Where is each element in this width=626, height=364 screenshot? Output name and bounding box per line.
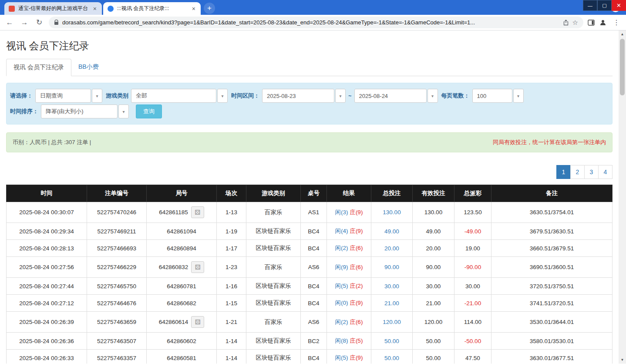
sort-select[interactable]: 降幂(由大到小) ▾: [41, 104, 129, 118]
cell-payout: 30.00: [454, 278, 491, 295]
date-start-select[interactable]: 2025-08-23 ▾: [262, 89, 346, 103]
filter-panel: 请选择： 日期查询 ▾ 游戏类别 全部 ▾ 时间区间： 2025-08-23 ▾: [6, 83, 613, 125]
date-range-label: 时间区间：: [231, 92, 259, 100]
cell-game-type: 百家乐: [246, 202, 301, 223]
cell-result: 闲(0) 庄(9): [327, 295, 371, 312]
lock-icon: [54, 20, 59, 25]
cell-total-bet[interactable]: 30.00: [371, 278, 413, 295]
close-window-button[interactable]: ✕: [612, 0, 626, 11]
round-number: 642860581: [167, 355, 196, 361]
page-button-3[interactable]: 3: [584, 165, 599, 179]
cell-total-bet[interactable]: 21.00: [371, 295, 413, 312]
column-header: 局号: [147, 185, 217, 202]
refresh-button[interactable]: ↻: [34, 18, 44, 27]
game-replay-icon[interactable]: ⚄: [191, 206, 204, 218]
page-scrollbar[interactable]: ▲ ▼: [619, 30, 626, 364]
result-banker: 庄(9): [350, 209, 363, 216]
result-player: 闲(0): [335, 300, 348, 306]
result-player: 闲(2): [335, 319, 348, 325]
cell-total-bet[interactable]: 130.00: [371, 202, 413, 223]
tab-bb-tip[interactable]: BB小费: [71, 59, 106, 76]
cell-note: 3530.01/3644.01: [491, 312, 613, 333]
cell-session: 1-15: [217, 295, 246, 312]
browser-tab-inactive[interactable]: 通宝-信誉最好的网上游戏平台 ×: [4, 2, 102, 15]
game-type-value[interactable]: 全部: [131, 89, 216, 103]
column-header: 总派彩: [454, 185, 491, 202]
plus-icon: +: [207, 4, 212, 13]
result-banker: 庄(2): [350, 283, 363, 289]
column-header: 结果: [327, 185, 371, 202]
back-button[interactable]: ←: [4, 18, 15, 27]
cell-valid-bet: 20.00: [413, 240, 454, 257]
new-tab-button[interactable]: +: [204, 3, 215, 14]
chevron-down-icon[interactable]: ▾: [513, 89, 524, 103]
tab-close-icon[interactable]: ×: [191, 5, 196, 12]
minimize-button[interactable]: —: [583, 0, 597, 11]
chevron-down-icon[interactable]: ▾: [118, 104, 129, 118]
round-number: 642861185: [159, 209, 188, 216]
side-panel-icon[interactable]: [588, 19, 595, 26]
cell-total-bet[interactable]: 20.00: [371, 240, 413, 257]
cell-result: 闲(5) 庄(2): [327, 278, 371, 295]
currency-total-text: 币别：人民币 | 总共 :307 注单 |: [13, 138, 91, 146]
tab-close-icon[interactable]: ×: [92, 5, 98, 12]
cell-total-bet[interactable]: 50.00: [371, 333, 413, 350]
chevron-down-icon[interactable]: ▾: [217, 89, 228, 103]
bookmark-star-icon[interactable]: ☆: [572, 19, 578, 27]
cell-total-bet[interactable]: 120.00: [371, 312, 413, 333]
cell-round: 642860894: [147, 240, 217, 257]
column-header: 备注: [491, 185, 613, 202]
table-row: 2025-08-24 00:26:36522757463507642860602…: [7, 333, 613, 350]
cell-table-no: BC2: [301, 333, 327, 350]
column-header: 游戏类别: [246, 185, 301, 202]
page-tabs: 视讯 会员下注纪录 BB小费: [6, 59, 613, 76]
game-replay-icon[interactable]: ⚄: [191, 316, 204, 328]
share-icon[interactable]: [563, 20, 569, 26]
cell-game-type: 区块链百家乐: [246, 278, 301, 295]
chevron-down-icon[interactable]: ▾: [92, 89, 102, 103]
chevron-down-icon[interactable]: ▾: [427, 89, 438, 103]
cell-table-no: AS6: [301, 257, 327, 278]
page-size-select[interactable]: 100 ▾: [472, 89, 524, 103]
column-header: 场次: [217, 185, 246, 202]
cell-payout: 114.00: [454, 312, 491, 333]
date-start-value[interactable]: 2025-08-23: [262, 89, 334, 103]
query-type-value[interactable]: 日期查询: [35, 89, 91, 103]
scroll-up-icon[interactable]: ▲: [619, 30, 626, 38]
cell-game-type: 区块链百家乐: [246, 240, 301, 257]
browser-tab-active[interactable]: :::视讯 会员下注纪录::: ×: [103, 2, 201, 15]
cell-valid-bet: 120.00: [413, 312, 454, 333]
maximize-button[interactable]: ▢: [597, 0, 612, 11]
scroll-down-icon[interactable]: ▼: [619, 356, 626, 364]
page-button-2[interactable]: 2: [570, 165, 585, 179]
game-replay-icon[interactable]: ⚄: [191, 261, 204, 273]
tab-betting-records[interactable]: 视讯 会员下注纪录: [6, 59, 71, 76]
query-type-select[interactable]: 日期查询 ▾: [35, 89, 102, 103]
page-button-1[interactable]: 1: [556, 165, 571, 179]
minimize-icon: —: [588, 3, 592, 8]
filter-row-2: 时间排序： 降幂(由大到小) ▾ 查询: [10, 104, 609, 118]
date-end-value[interactable]: 2025-08-24: [354, 89, 427, 103]
cell-total-bet[interactable]: 50.00: [371, 350, 413, 364]
browser-toolbar: ← → ↻ dorasabs.com/game/betrecord_search…: [0, 15, 626, 30]
search-button[interactable]: 查询: [136, 104, 162, 118]
cell-bet-id: 522757470246: [87, 202, 147, 223]
chevron-down-icon[interactable]: ▾: [335, 89, 346, 103]
browser-menu-icon[interactable]: ⋮: [611, 18, 622, 27]
cell-total-bet[interactable]: 90.00: [371, 257, 413, 278]
result-player: 闲(5): [335, 354, 348, 361]
cell-note: 3679.51/3630.51: [491, 223, 613, 240]
profile-avatar-icon[interactable]: [599, 19, 607, 27]
page-size-value[interactable]: 100: [472, 89, 512, 103]
cell-session: 1-19: [217, 223, 246, 240]
cell-total-bet[interactable]: 49.00: [371, 223, 413, 240]
summary-bar: 币别：人民币 | 总共 :307 注单 | 同局有效投注，统一计算在该局第一张注…: [6, 132, 613, 152]
sort-value[interactable]: 降幂(由大到小): [41, 104, 118, 118]
date-end-select[interactable]: 2025-08-24 ▾: [354, 89, 438, 103]
address-bar[interactable]: dorasabs.com/game/betrecord_search/kind3…: [49, 17, 583, 28]
scrollbar-thumb[interactable]: [620, 39, 625, 95]
game-type-select[interactable]: 全部 ▾: [131, 89, 228, 103]
forward-button[interactable]: →: [19, 18, 30, 27]
page-button-4[interactable]: 4: [598, 165, 613, 179]
cell-payout: 123.50: [454, 202, 491, 223]
